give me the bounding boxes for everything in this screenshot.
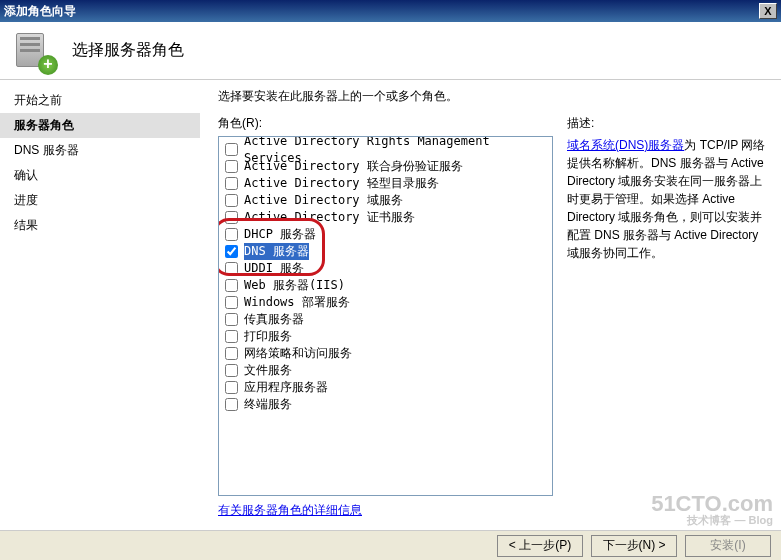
- role-label-10: 传真服务器: [244, 311, 304, 328]
- sidebar-item-0[interactable]: 开始之前: [0, 88, 200, 113]
- more-info-link[interactable]: 有关服务器角色的详细信息: [218, 503, 362, 517]
- role-checkbox-0[interactable]: [225, 143, 238, 156]
- title-bar: 添加角色向导 X: [0, 0, 781, 22]
- role-label-4: Active Directory 证书服务: [244, 209, 415, 226]
- role-row-7[interactable]: UDDI 服务: [225, 260, 546, 277]
- role-checkbox-8[interactable]: [225, 279, 238, 292]
- role-label-6: DNS 服务器: [244, 243, 309, 260]
- role-row-5[interactable]: DHCP 服务器: [225, 226, 546, 243]
- role-label-9: Windows 部署服务: [244, 294, 350, 311]
- next-button[interactable]: 下一步(N) >: [591, 535, 677, 557]
- sidebar-item-2[interactable]: DNS 服务器: [0, 138, 200, 163]
- role-checkbox-5[interactable]: [225, 228, 238, 241]
- role-checkbox-10[interactable]: [225, 313, 238, 326]
- role-row-6[interactable]: DNS 服务器: [225, 243, 546, 260]
- role-checkbox-4[interactable]: [225, 211, 238, 224]
- roles-label: 角色(R):: [218, 115, 553, 132]
- wizard-footer: < 上一步(P) 下一步(N) > 安装(I): [0, 530, 781, 560]
- role-label-1: Active Directory 联合身份验证服务: [244, 158, 463, 175]
- wizard-header: + 选择服务器角色: [0, 22, 781, 80]
- sidebar-item-3[interactable]: 确认: [0, 163, 200, 188]
- install-button: 安装(I): [685, 535, 771, 557]
- role-row-8[interactable]: Web 服务器(IIS): [225, 277, 546, 294]
- role-label-11: 打印服务: [244, 328, 292, 345]
- role-checkbox-2[interactable]: [225, 177, 238, 190]
- content-pane: 选择要安装在此服务器上的一个或多个角色。 角色(R): Active Direc…: [200, 80, 781, 530]
- page-title: 选择服务器角色: [72, 40, 184, 61]
- role-row-9[interactable]: Windows 部署服务: [225, 294, 546, 311]
- role-checkbox-11[interactable]: [225, 330, 238, 343]
- role-row-12[interactable]: 网络策略和访问服务: [225, 345, 546, 362]
- role-row-15[interactable]: 终端服务: [225, 396, 546, 413]
- description-link[interactable]: 域名系统(DNS)服务器: [567, 138, 684, 152]
- role-label-3: Active Directory 域服务: [244, 192, 403, 209]
- role-label-7: UDDI 服务: [244, 260, 304, 277]
- role-checkbox-14[interactable]: [225, 381, 238, 394]
- description-pane: 描述: 域名系统(DNS)服务器为 TCP/IP 网络提供名称解析。DNS 服务…: [567, 115, 769, 530]
- roles-listbox[interactable]: Active Directory Rights Management Servi…: [218, 136, 553, 496]
- close-button[interactable]: X: [759, 3, 777, 19]
- server-role-icon: +: [14, 31, 54, 71]
- role-row-11[interactable]: 打印服务: [225, 328, 546, 345]
- sidebar-item-1[interactable]: 服务器角色: [0, 113, 200, 138]
- role-checkbox-3[interactable]: [225, 194, 238, 207]
- instruction-text: 选择要安装在此服务器上的一个或多个角色。: [218, 88, 769, 105]
- sidebar-item-5[interactable]: 结果: [0, 213, 200, 238]
- role-checkbox-13[interactable]: [225, 364, 238, 377]
- description-body: 为 TCP/IP 网络提供名称解析。DNS 服务器与 Active Direct…: [567, 138, 765, 260]
- role-checkbox-1[interactable]: [225, 160, 238, 173]
- wizard-sidebar: 开始之前服务器角色DNS 服务器确认进度结果: [0, 80, 200, 530]
- prev-button[interactable]: < 上一步(P): [497, 535, 583, 557]
- role-row-0[interactable]: Active Directory Rights Management Servi…: [225, 141, 546, 158]
- role-checkbox-15[interactable]: [225, 398, 238, 411]
- window-title: 添加角色向导: [4, 0, 76, 22]
- role-label-12: 网络策略和访问服务: [244, 345, 352, 362]
- role-label-13: 文件服务: [244, 362, 292, 379]
- role-label-5: DHCP 服务器: [244, 226, 316, 243]
- role-label-2: Active Directory 轻型目录服务: [244, 175, 439, 192]
- role-row-4[interactable]: Active Directory 证书服务: [225, 209, 546, 226]
- description-title: 描述:: [567, 115, 769, 132]
- role-checkbox-9[interactable]: [225, 296, 238, 309]
- role-row-3[interactable]: Active Directory 域服务: [225, 192, 546, 209]
- role-label-15: 终端服务: [244, 396, 292, 413]
- role-label-8: Web 服务器(IIS): [244, 277, 345, 294]
- role-checkbox-12[interactable]: [225, 347, 238, 360]
- role-row-14[interactable]: 应用程序服务器: [225, 379, 546, 396]
- sidebar-item-4[interactable]: 进度: [0, 188, 200, 213]
- role-checkbox-7[interactable]: [225, 262, 238, 275]
- role-row-2[interactable]: Active Directory 轻型目录服务: [225, 175, 546, 192]
- description-text: 域名系统(DNS)服务器为 TCP/IP 网络提供名称解析。DNS 服务器与 A…: [567, 136, 769, 262]
- role-row-10[interactable]: 传真服务器: [225, 311, 546, 328]
- role-label-14: 应用程序服务器: [244, 379, 328, 396]
- more-info-link-row: 有关服务器角色的详细信息: [218, 502, 553, 519]
- role-row-13[interactable]: 文件服务: [225, 362, 546, 379]
- role-checkbox-6[interactable]: [225, 245, 238, 258]
